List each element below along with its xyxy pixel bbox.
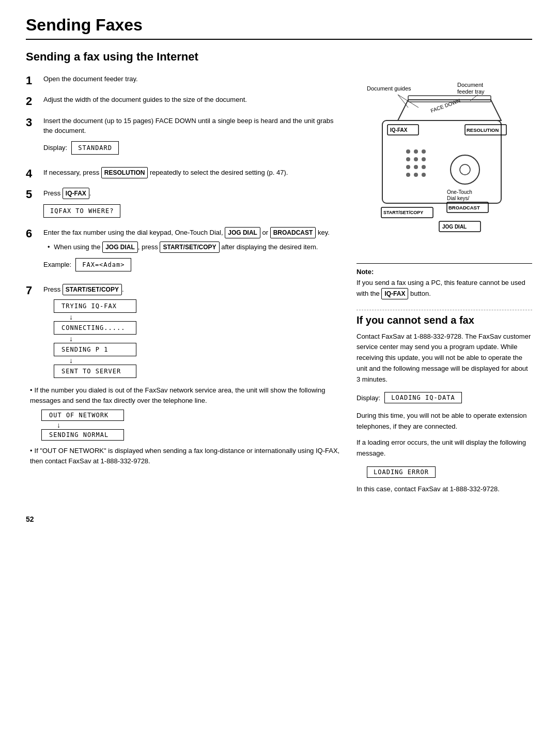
- cannot-send-section: If you cannot send a fax Contact FaxSav …: [357, 310, 532, 495]
- step-3-text: Insert the document (up to 15 pages) FAC…: [43, 117, 333, 135]
- network-bullet: If the number you dialed is out of the F…: [30, 385, 341, 405]
- step-5-text-b: .: [89, 189, 91, 197]
- step-7-text-b: .: [122, 285, 124, 293]
- step-7-sequence: TRYING IQ-FAX ↓ CONNECTING..... ↓ SENDIN…: [54, 299, 341, 378]
- note-title: Note:: [357, 268, 532, 276]
- svg-point-21: [451, 155, 479, 184]
- svg-text:IQ-FAX: IQ-FAX: [390, 127, 408, 133]
- svg-point-15: [406, 165, 410, 169]
- step-6-content: Enter the fax number using the dial keyp…: [43, 227, 341, 277]
- seq-item-1: TRYING IQ-FAX: [54, 299, 136, 313]
- step-2: 2 Adjust the width of the document guide…: [26, 95, 341, 108]
- step-6-bullet-b: , press: [138, 243, 160, 251]
- step-3-content: Insert the document (up to 15 pages) FAC…: [43, 116, 341, 160]
- cannot-send-display: Display: LOADING IQ-DATA: [357, 390, 532, 405]
- jog-dial-key-6: JOG DIAL: [225, 227, 260, 238]
- svg-point-13: [414, 157, 418, 161]
- iq-fax-key-note: IQ-FAX: [381, 288, 408, 299]
- step-4-number: 4: [26, 167, 38, 180]
- jog-dial-key-bullet: JOG DIAL: [102, 241, 138, 253]
- svg-text:Dial keys/: Dial keys/: [447, 195, 470, 201]
- start-set-copy-key-7: START/SET/COPY: [63, 284, 122, 295]
- seq-arrow-3: ↓: [69, 357, 73, 364]
- note-text-2: button.: [408, 290, 430, 297]
- note-box: Note: If you send a fax using a PC, this…: [357, 263, 532, 299]
- step-1-content: Open the document feeder tray.: [43, 74, 341, 84]
- svg-point-10: [414, 149, 418, 154]
- out-of-network-bullet: If "OUT OF NETWORK" is displayed when se…: [30, 446, 341, 466]
- net-seq-arrow: ↓: [57, 421, 60, 429]
- svg-point-17: [422, 165, 426, 169]
- svg-text:JOG DIAL: JOG DIAL: [442, 224, 467, 230]
- step-5-number: 5: [26, 188, 38, 201]
- svg-text:START/SET/COPY: START/SET/COPY: [383, 210, 423, 215]
- step-3-display: Display: STANDARD: [43, 139, 341, 157]
- svg-rect-3: [382, 120, 501, 203]
- step-7-text-a: Press: [43, 285, 63, 293]
- fax-diagram: Document guides Document feeder tray IQ-…: [357, 79, 522, 255]
- cannot-send-text3: If a loading error occurs, the unit will…: [357, 437, 532, 459]
- svg-point-12: [406, 157, 410, 161]
- svg-point-22: [460, 164, 470, 175]
- step-1: 1 Open the document feeder tray.: [26, 74, 341, 87]
- step-4-text-a: If necessary, press: [43, 169, 101, 176]
- seq-item-2: CONNECTING.....: [54, 321, 136, 335]
- start-set-copy-key-bullet: START/SET/COPY: [160, 241, 219, 253]
- step-4: 4 If necessary, press RESOLUTION repeate…: [26, 167, 341, 180]
- svg-text:RESOLUTION: RESOLUTION: [467, 127, 499, 133]
- step-3: 3 Insert the document (up to 15 pages) F…: [26, 116, 341, 160]
- svg-point-19: [414, 173, 418, 177]
- step-6-bullet-text: When using the: [54, 243, 102, 251]
- seq-arrow-1: ↓: [69, 313, 73, 321]
- right-column: Document guides Document feeder tray IQ-…: [357, 74, 532, 500]
- cannot-send-display-label: Display:: [357, 394, 380, 402]
- resolution-key: RESOLUTION: [101, 167, 148, 178]
- iq-fax-key-5: IQ-FAX: [63, 188, 89, 199]
- step-2-number: 2: [26, 95, 38, 108]
- svg-text:Document guides: Document guides: [367, 85, 411, 92]
- section-title: Sending a fax using the Internet: [26, 50, 532, 64]
- svg-point-14: [422, 157, 426, 161]
- network-sequence: OUT OF NETWORK ↓ SENDING NORMAL: [41, 410, 341, 441]
- step-3-display-value: STANDARD: [71, 141, 119, 155]
- cannot-send-text1: Contact FaxSav at 1-888-332-9728. The Fa…: [357, 331, 532, 385]
- step-6-display-label: Example:: [43, 260, 71, 270]
- cannot-send-text4: In this case, contact FaxSav at 1-888-33…: [357, 484, 532, 495]
- step-6-text-c: key.: [316, 229, 330, 236]
- step-3-number: 3: [26, 116, 38, 129]
- step-5: 5 Press IQ-FAX. IQFAX TO WHERE?: [26, 188, 341, 220]
- step-6: 6 Enter the fax number using the dial ke…: [26, 227, 341, 277]
- svg-point-11: [422, 149, 426, 154]
- cannot-send-text2: During this time, you will not be able t…: [357, 411, 532, 432]
- svg-point-16: [414, 165, 418, 169]
- step-6-number: 6: [26, 227, 38, 240]
- step-3-display-label: Display:: [43, 143, 67, 153]
- step-1-number: 1: [26, 74, 38, 87]
- step-6-text-b: or: [260, 229, 270, 236]
- step-7: 7 Press START/SET/COPY. TRYING IQ-FAX ↓ …: [26, 284, 341, 378]
- step-6-bullet-c: after displaying the desired item.: [220, 243, 318, 251]
- seq-item-3: SENDING P 1: [54, 343, 136, 356]
- svg-text:One-Touch: One-Touch: [447, 189, 472, 195]
- step-7-content: Press START/SET/COPY. TRYING IQ-FAX ↓ CO…: [43, 284, 341, 378]
- svg-line-34: [398, 95, 408, 108]
- cannot-send-title: If you cannot send a fax: [357, 314, 532, 326]
- svg-point-18: [406, 173, 410, 177]
- seq-arrow-2: ↓: [69, 335, 73, 342]
- steps-column: 1 Open the document feeder tray. 2 Adjus…: [26, 74, 341, 500]
- step-6-text-a: Enter the fax number using the dial keyp…: [43, 229, 225, 236]
- step-5-content: Press IQ-FAX. IQFAX TO WHERE?: [43, 188, 341, 220]
- step-4-content: If necessary, press RESOLUTION repeatedl…: [43, 167, 341, 178]
- svg-text:Document: Document: [457, 82, 483, 88]
- step-2-content: Adjust the width of the document guides …: [43, 95, 341, 105]
- step-6-bullet: When using the JOG DIAL, press START/SET…: [48, 241, 341, 253]
- svg-point-20: [422, 173, 426, 177]
- step-5-text-a: Press: [43, 189, 63, 197]
- step-6-display: Example: FAX=<Adam>: [43, 256, 341, 274]
- cannot-send-display-value: LOADING IQ-DATA: [384, 392, 461, 403]
- net-seq-item-2: SENDING NORMAL: [41, 429, 124, 441]
- step-4-text-b: repeatedly to select the desired setting…: [148, 169, 288, 176]
- fax-machine-illustration: Document guides Document feeder tray IQ-…: [357, 79, 522, 255]
- step-6-display-value: FAX=<Adam>: [75, 258, 131, 271]
- svg-point-9: [406, 149, 410, 154]
